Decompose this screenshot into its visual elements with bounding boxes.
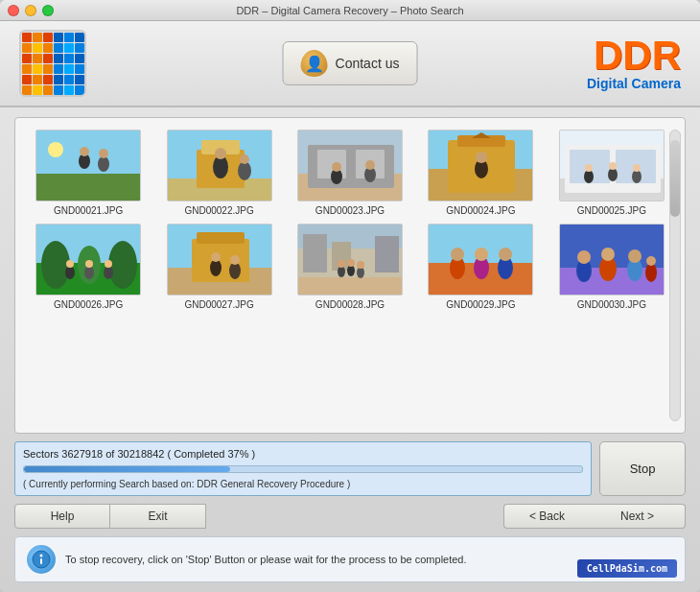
contact-label: Contact us [336, 56, 400, 71]
svg-point-39 [633, 164, 641, 172]
help-button[interactable]: Help [14, 504, 110, 529]
svg-point-86 [601, 248, 615, 261]
svg-point-76 [451, 248, 464, 261]
bottom-nav: Help Exit < Back Next > [14, 504, 686, 529]
svg-point-2 [48, 142, 63, 157]
thumbnail-2[interactable] [167, 130, 272, 201]
back-button[interactable]: < Back [503, 504, 590, 529]
main-content: GND00021.JPG [0, 107, 700, 592]
svg-point-36 [584, 170, 594, 183]
scrollbar-track[interactable] [669, 130, 681, 421]
photo-label-5: GND00025.JPG [577, 205, 646, 216]
svg-point-58 [211, 252, 221, 262]
svg-rect-1 [36, 174, 140, 201]
thumbnail-5[interactable] [559, 130, 665, 201]
svg-point-40 [608, 168, 618, 181]
svg-point-21 [332, 162, 341, 172]
svg-point-48 [66, 260, 74, 268]
thumbnail-3[interactable] [297, 130, 403, 201]
list-item: GND00026.JPG [27, 224, 150, 310]
photo-panel: GND00021.JPG [14, 117, 686, 434]
info-icon [27, 545, 56, 574]
photo-label-4: GND00024.JPG [446, 205, 515, 216]
watermark: CellPdaSim.com [577, 559, 677, 578]
contact-button[interactable]: 👤 Contact us [283, 41, 418, 85]
app-logo [19, 30, 86, 97]
thumbnail-1[interactable] [35, 130, 141, 201]
window-controls [8, 5, 54, 16]
progress-text: Sectors 3627918 of 30218842 ( Completed … [23, 448, 583, 460]
svg-rect-55 [192, 239, 249, 282]
svg-rect-93 [40, 558, 42, 564]
svg-point-49 [84, 266, 94, 279]
thumbnail-4[interactable] [428, 130, 533, 201]
progress-bar-fill [24, 466, 230, 472]
list-item: GND00028.JPG [289, 224, 411, 310]
photo-label-2: GND00022.JPG [184, 205, 253, 216]
photo-label-1: GND00021.JPG [54, 205, 123, 216]
svg-point-5 [98, 156, 109, 172]
info-bar: To stop recovery, click on 'Stop' Button… [14, 536, 686, 582]
next-button[interactable]: Next > [590, 504, 686, 529]
photo-grid: GND00021.JPG [27, 130, 673, 310]
svg-point-23 [365, 160, 375, 170]
svg-point-38 [632, 170, 642, 183]
svg-point-30 [476, 152, 487, 163]
thumbnail-10[interactable] [559, 224, 665, 296]
list-item: GND00027.JPG [157, 224, 280, 310]
close-button[interactable] [8, 5, 19, 16]
scrollbar-thumb[interactable] [670, 140, 680, 217]
titlebar: DDR – Digital Camera Recovery – Photo Se… [0, 0, 700, 21]
thumbnail-9[interactable] [428, 224, 533, 296]
info-text: To stop recovery, click on 'Stop' Button… [65, 554, 467, 565]
svg-rect-56 [197, 232, 245, 244]
contact-icon: 👤 [301, 50, 328, 77]
photo-label-6: GND00026.JPG [54, 299, 123, 310]
list-item: GND00030.JPG [550, 224, 673, 310]
svg-rect-66 [375, 236, 399, 272]
svg-point-12 [215, 148, 226, 159]
svg-point-70 [357, 261, 364, 269]
svg-point-68 [347, 259, 355, 267]
window-title: DDR – Digital Camera Recovery – Photo Se… [236, 5, 463, 16]
list-item: GND00029.JPG [419, 224, 542, 310]
brand-ddr-text: DDR [587, 36, 681, 76]
list-item: GND00024.JPG [419, 130, 542, 216]
svg-point-44 [41, 241, 70, 289]
stop-button[interactable]: Stop [599, 441, 686, 496]
progress-bar-background [23, 465, 583, 473]
thumbnail-6[interactable] [35, 224, 141, 296]
svg-point-78 [475, 248, 488, 261]
thumbnail-8[interactable] [297, 224, 403, 296]
svg-point-80 [499, 248, 512, 261]
svg-point-14 [240, 154, 249, 164]
maximize-button[interactable] [42, 5, 54, 16]
brand-sub-text: Digital Camera [587, 76, 681, 91]
svg-point-50 [85, 260, 93, 268]
photo-label-8: GND00028.JPG [315, 299, 385, 310]
svg-rect-64 [303, 234, 327, 272]
list-item: GND00021.JPG [27, 130, 150, 216]
header: 👤 Contact us DDR Digital Camera [0, 21, 700, 107]
svg-point-45 [108, 241, 137, 289]
photo-label-7: GND00027.JPG [184, 299, 253, 310]
list-item: GND00023.JPG [289, 130, 411, 216]
photo-label-3: GND00023.JPG [315, 205, 385, 216]
svg-point-52 [105, 260, 112, 268]
exit-button[interactable]: Exit [110, 504, 206, 529]
svg-point-4 [80, 147, 89, 156]
list-item: GND00022.JPG [157, 130, 280, 216]
svg-point-6 [99, 149, 108, 158]
thumbnail-7[interactable] [167, 224, 272, 296]
photo-label-9: GND00029.JPG [446, 299, 515, 310]
svg-point-47 [65, 266, 75, 279]
progress-panel: Sectors 3627918 of 30218842 ( Completed … [14, 441, 592, 496]
photo-label-10: GND00030.JPG [577, 299, 646, 310]
svg-point-90 [646, 256, 656, 266]
svg-point-41 [609, 162, 617, 170]
svg-point-72 [338, 260, 345, 268]
minimize-button[interactable] [25, 5, 36, 16]
brand-logo: DDR Digital Camera [587, 36, 681, 91]
progress-sub-text: ( Currently performing Search based on: … [23, 479, 583, 489]
svg-point-51 [104, 266, 113, 279]
